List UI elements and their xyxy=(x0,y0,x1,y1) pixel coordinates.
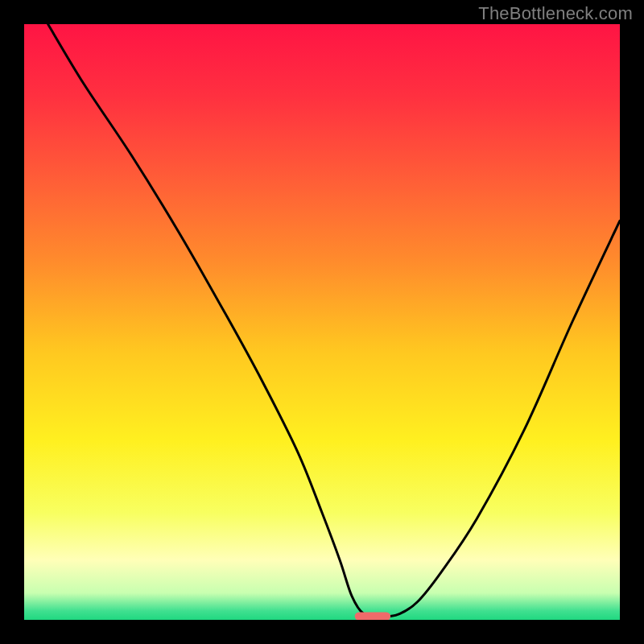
chart-frame: TheBottleneck.com xyxy=(0,0,644,644)
optimal-marker xyxy=(355,612,390,620)
watermark-text: TheBottleneck.com xyxy=(478,3,633,24)
plot-area xyxy=(24,24,620,620)
gradient-background xyxy=(24,24,620,620)
chart-svg xyxy=(24,24,620,620)
